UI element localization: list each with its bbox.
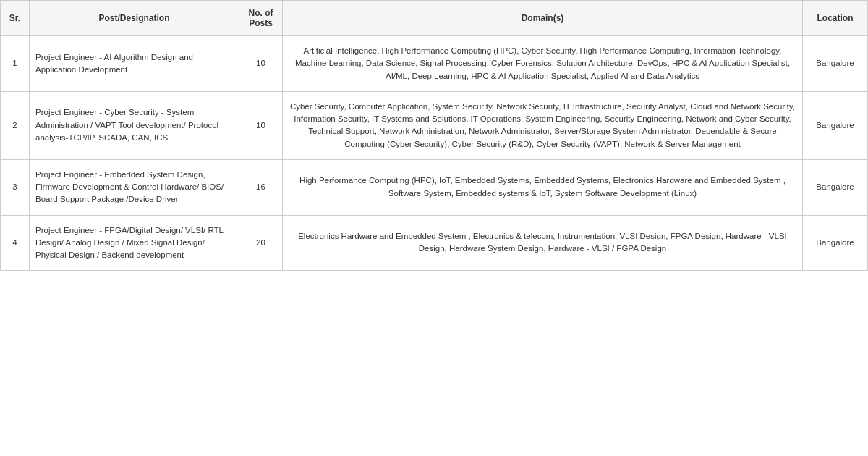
cell-post-2: Project Engineer - Embedded System Desig… bbox=[30, 159, 239, 215]
cell-no-of-posts-0: 10 bbox=[239, 36, 283, 92]
cell-domains-3: Electronics Hardware and Embedded System… bbox=[283, 215, 803, 271]
header-domains: Domain(s) bbox=[283, 1, 803, 36]
table-row: 2Project Engineer - Cyber Security - Sys… bbox=[1, 91, 868, 159]
cell-domains-1: Cyber Security, Computer Application, Sy… bbox=[283, 91, 803, 159]
cell-no-of-posts-1: 10 bbox=[239, 91, 283, 159]
cell-sr-0: 1 bbox=[1, 36, 30, 92]
cell-sr-1: 2 bbox=[1, 91, 30, 159]
cell-location-1: Bangalore bbox=[803, 91, 868, 159]
cell-sr-3: 4 bbox=[1, 215, 30, 271]
header-post: Post/Designation bbox=[30, 1, 239, 36]
cell-no-of-posts-2: 16 bbox=[239, 159, 283, 215]
table-row: 3Project Engineer - Embedded System Desi… bbox=[1, 159, 868, 215]
cell-post-1: Project Engineer - Cyber Security - Syst… bbox=[30, 91, 239, 159]
cell-location-2: Bangalore bbox=[803, 159, 868, 215]
cell-location-3: Bangalore bbox=[803, 215, 868, 271]
cell-location-0: Bangalore bbox=[803, 36, 868, 92]
cell-domains-2: High Performance Computing (HPC), IoT, E… bbox=[283, 159, 803, 215]
cell-sr-2: 3 bbox=[1, 159, 30, 215]
cell-domains-0: Artificial Intelligence, High Performanc… bbox=[283, 36, 803, 92]
header-no-of-posts: No. of Posts bbox=[239, 1, 283, 36]
table-row: 1Project Engineer - AI Algorithm Design … bbox=[1, 36, 868, 92]
table-row: 4Project Engineer - FPGA/Digital Design/… bbox=[1, 215, 868, 271]
header-sr: Sr. bbox=[1, 1, 30, 36]
cell-post-3: Project Engineer - FPGA/Digital Design/ … bbox=[30, 215, 239, 271]
header-location: Location bbox=[803, 1, 868, 36]
cell-no-of-posts-3: 20 bbox=[239, 215, 283, 271]
cell-post-0: Project Engineer - AI Algorithm Design a… bbox=[30, 36, 239, 92]
